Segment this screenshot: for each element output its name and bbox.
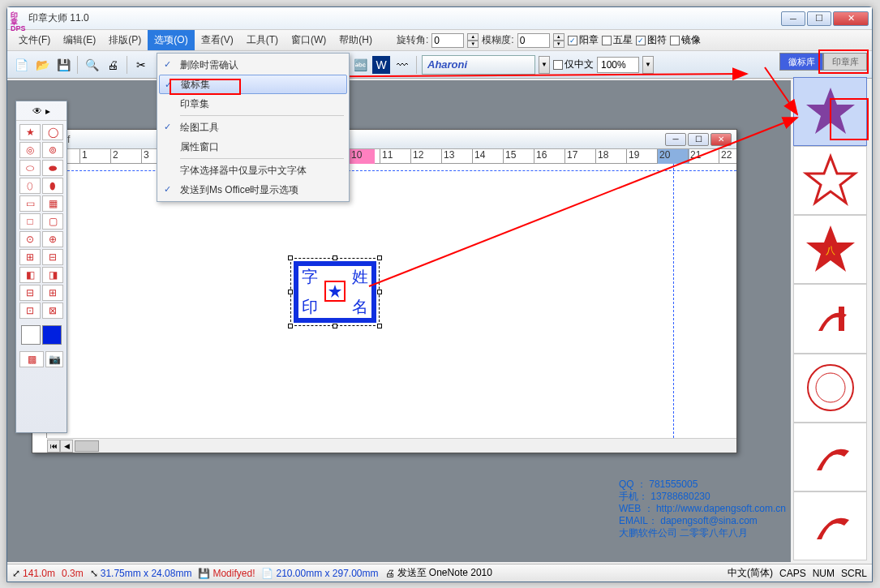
emblem-item-hammer-sickle-2[interactable] [793, 423, 867, 491]
save-icon[interactable]: 💾 [54, 56, 72, 74]
dd-property-window[interactable]: 属性窗口 [159, 137, 347, 157]
emblem-item-star-army[interactable]: 八 [793, 215, 867, 284]
shape-tri-icon[interactable]: ◧ [19, 267, 41, 283]
doc-minimize-button[interactable]: ─ [665, 133, 686, 146]
scroll-thumb[interactable] [75, 440, 99, 452]
stamp-object[interactable]: 字 姓 印 名 [290, 258, 380, 326]
pattern-icon[interactable]: ▩ [19, 351, 44, 367]
shape-oval-icon[interactable]: ⬭ [19, 160, 41, 176]
shape-grid3-icon[interactable]: ⊟ [42, 249, 63, 265]
tool-palette[interactable]: 👁 ▸ ★◯ ◎⊚ ⬭⬬ ⬯⬮ ▭▦ □▢ ⊙⊕ ⊞⊟ ◧◨ ⊟⊞ ⊡⊠ ▩ 📷 [15, 101, 67, 433]
scroll-first-icon[interactable]: ⏮ [47, 440, 60, 453]
shape-ellipse-icon[interactable]: ⬬ [42, 160, 63, 176]
menu-help[interactable]: 帮助(H) [333, 30, 379, 50]
emblem-item-star-outline[interactable] [793, 146, 867, 215]
shape-rect-icon[interactable]: ▭ [19, 195, 41, 212]
emblem-item-hammer-sickle-3[interactable] [793, 491, 867, 560]
dd-label: 徽标集 [181, 78, 210, 92]
shape-half2-icon[interactable]: ⊞ [42, 285, 63, 301]
shape-grid2-icon[interactable]: ⊞ [19, 249, 41, 265]
shape-cross-icon[interactable]: ⊕ [42, 231, 63, 247]
canvas[interactable]: 字 姓 印 名 [47, 164, 736, 438]
shape-tri2-icon[interactable]: ◨ [42, 267, 63, 283]
status-num: NUM [813, 568, 835, 579]
tool-curve-icon[interactable]: 〰 [393, 56, 411, 74]
dd-drawing-tools[interactable]: ✓绘图工具 [159, 118, 347, 137]
stamp-char-br: 名 [352, 296, 368, 318]
shape-circle-icon[interactable]: ◯ [42, 124, 63, 140]
menu-view[interactable]: 查看(V) [195, 30, 240, 50]
options-dropdown: ✓删除时需确认 ✓徽标集 印章集 ✓绘图工具 属性窗口 字体选择器中仅显示中文字… [157, 53, 350, 202]
tool-w-icon[interactable]: W [372, 56, 390, 74]
check-yangzhang[interactable]: ✓ [568, 36, 577, 45]
check-jingxiang[interactable] [670, 36, 680, 45]
maximize-button[interactable]: ☐ [807, 11, 831, 26]
shape-square-icon[interactable]: □ [19, 213, 41, 230]
horizontal-ruler[interactable]: 0 1 2 3 10 11 12 13 14 15 16 17 18 19 20… [32, 149, 736, 164]
shape-oval3-icon[interactable]: ⬮ [42, 178, 63, 194]
menu-window[interactable]: 窗口(W) [285, 30, 333, 50]
menu-file[interactable]: 文件(F) [12, 30, 57, 50]
rotation-up[interactable]: ▲ [467, 33, 479, 41]
font-dropdown-icon[interactable]: ▼ [539, 56, 550, 74]
print-icon[interactable]: 🖨 [104, 56, 122, 74]
emblem-item-hammer-sickle-1[interactable] [793, 284, 867, 353]
blur-down[interactable]: ▼ [553, 41, 564, 48]
doc-scrollbar-h[interactable]: ⏮ ◀ [47, 438, 736, 453]
menu-tools[interactable]: 工具(T) [240, 30, 285, 50]
check-tufu[interactable]: ✓ [636, 36, 646, 45]
rotation-label: 旋转角: [397, 33, 428, 47]
page-icon: 📄 [261, 568, 273, 579]
check-wuxing[interactable] [602, 36, 612, 45]
svg-marker-1 [806, 157, 855, 203]
close-button[interactable]: ✕ [833, 11, 869, 26]
shape-star-icon[interactable]: ★ [19, 124, 41, 140]
shape-box-icon[interactable]: ▢ [42, 213, 63, 230]
new-icon[interactable]: 📄 [12, 56, 30, 74]
dd-label: 发送到Ms Office时显示选项 [180, 183, 298, 197]
dd-cn-fonts-only[interactable]: 字体选择器中仅显示中文字体 [159, 161, 347, 180]
scroll-left-icon[interactable]: ◀ [60, 440, 73, 453]
dd-confirm-delete[interactable]: ✓删除时需确认 [159, 55, 347, 75]
check-cn-only[interactable] [553, 60, 563, 70]
shape-ring-icon[interactable]: ◎ [19, 142, 41, 158]
shape-dot-icon[interactable]: ⊙ [19, 231, 41, 247]
menu-edit[interactable]: 编辑(E) [57, 30, 102, 50]
tab-emblem-library[interactable]: 徽标库 [779, 53, 823, 71]
shape-grid-icon[interactable]: ▦ [42, 195, 63, 212]
doc-close-button[interactable]: ✕ [710, 133, 732, 146]
zoom-select[interactable]: 100% [597, 57, 639, 73]
font-select[interactable]: Aharoni [422, 55, 535, 75]
stamp-star-emblem[interactable] [324, 281, 346, 302]
emblem-item-national[interactable] [793, 354, 867, 423]
menubar: 文件(F) 编辑(E) 排版(P) 选项(O) 查看(V) 工具(T) 窗口(W… [7, 30, 872, 51]
check-jingxiang-label: 镜像 [681, 33, 701, 47]
shape-split-icon[interactable]: ⊡ [19, 303, 41, 319]
dd-stamp-set[interactable]: 印章集 [159, 94, 347, 114]
cut-icon[interactable]: ✂ [132, 56, 150, 74]
blur-up[interactable]: ▲ [553, 33, 564, 41]
open-icon[interactable]: 📂 [33, 56, 51, 74]
rotation-input[interactable] [431, 33, 464, 48]
check-yangzhang-label: 阳章 [579, 33, 599, 47]
color-white[interactable] [21, 325, 41, 345]
rotation-down[interactable]: ▼ [467, 41, 479, 48]
dd-msoffice-options[interactable]: ✓发送到Ms Office时显示选项 [159, 180, 347, 200]
preview-icon[interactable]: 🔍 [83, 56, 101, 74]
emblem-item-star-filled[interactable] [793, 77, 867, 146]
zoom-dropdown-icon[interactable]: ▼ [642, 56, 654, 74]
dd-emblem-set[interactable]: ✓徽标集 [159, 75, 347, 94]
shape-oval2-icon[interactable]: ⬯ [19, 178, 41, 194]
doc-maximize-button[interactable]: ☐ [688, 133, 709, 146]
blur-input[interactable] [517, 33, 550, 48]
color-blue[interactable] [42, 325, 62, 345]
shape-split2-icon[interactable]: ⊠ [42, 303, 63, 319]
shape-half-icon[interactable]: ⊟ [19, 285, 41, 301]
tool-a-icon[interactable]: 🔤 [351, 56, 369, 74]
tab-stamp-library[interactable]: 印章库 [823, 53, 867, 71]
menu-options[interactable]: 选项(O) [148, 30, 194, 50]
camera-icon[interactable]: 📷 [45, 351, 63, 367]
minimize-button[interactable]: ─ [781, 11, 805, 26]
menu-layout[interactable]: 排版(P) [102, 30, 148, 50]
shape-target-icon[interactable]: ⊚ [42, 142, 63, 158]
